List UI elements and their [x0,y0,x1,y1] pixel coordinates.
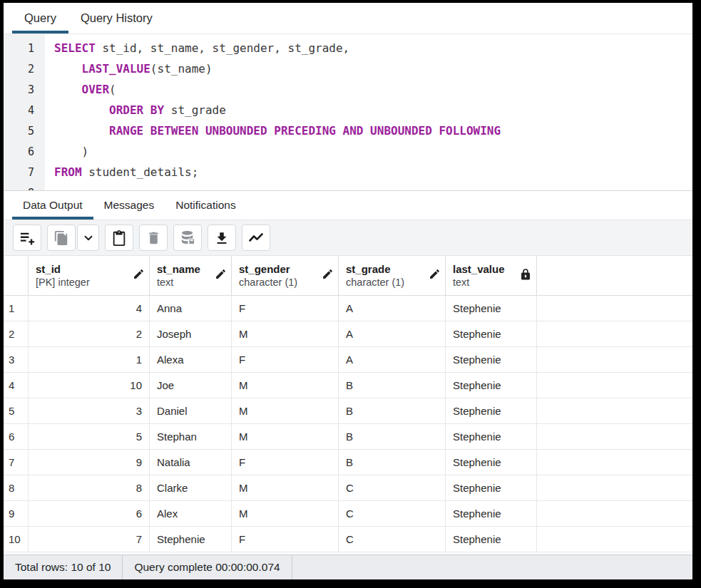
cell-st_gender[interactable]: M [232,475,339,500]
cell-st_name[interactable]: Natalia [150,450,232,475]
cell-st_id[interactable]: 9 [29,450,150,475]
cell-last_value[interactable]: Stephenie [446,321,537,346]
tab-messages[interactable]: Messages [93,193,165,220]
add-row-button[interactable] [13,225,41,251]
cell-st_id[interactable]: 7 [29,527,150,552]
cell-st_id[interactable]: 10 [29,373,150,398]
cell-st_name[interactable]: Anna [150,296,232,321]
cell-st_id[interactable]: 1 [29,347,150,372]
cell-st_gender[interactable]: M [232,424,339,449]
line-number: 6 [4,145,45,158]
cell-st_name[interactable]: Stephan [150,424,232,449]
row-number[interactable]: 1 [4,296,29,321]
row-number[interactable]: 5 [4,398,29,423]
cell-st_gender[interactable]: F [232,296,339,321]
code-text: FROM student_details; [45,165,198,179]
cell-st_name[interactable]: Alex [150,501,232,526]
graph-icon [247,229,265,247]
tab-query[interactable]: Query [12,5,68,33]
code-line[interactable]: 1SELECT st_id, st_name, st_gender, st_gr… [4,38,692,58]
row-number[interactable]: 2 [4,321,29,346]
copy-button[interactable] [47,225,76,251]
cell-st_gender[interactable]: F [232,527,339,552]
column-header-st_grade[interactable]: st_gradecharacter (1) [339,256,446,295]
code-line[interactable]: 3 OVER( [4,79,692,100]
cell-st_name[interactable]: Alexa [150,347,232,372]
paste-button[interactable] [105,225,133,251]
cell-st_id[interactable]: 4 [29,296,150,321]
row-number[interactable]: 7 [4,450,29,475]
cell-st_grade[interactable]: A [339,321,446,346]
table-row: 14AnnaFAStephenie [4,296,692,321]
delete-row-button[interactable] [139,225,168,251]
cell-st_id[interactable]: 8 [29,475,150,500]
cell-st_grade[interactable]: B [339,450,446,475]
row-number[interactable]: 10 [4,527,29,552]
cell-st_grade[interactable]: C [339,475,446,500]
table-row: 107StephenieFCStephenie [4,527,692,552]
cell-st_gender[interactable]: F [232,450,339,475]
cell-st_gender[interactable]: M [232,321,339,346]
query-tool-window: QueryQuery History 1SELECT st_id, st_nam… [4,3,692,579]
code-line[interactable]: 2 LAST_VALUE(st_name) [4,58,692,79]
cell-st_id[interactable]: 5 [29,424,150,449]
row-number[interactable]: 6 [4,424,29,449]
cell-last_value[interactable]: Stephenie [446,475,537,500]
row-number[interactable]: 8 [4,475,29,500]
cell-st_name[interactable]: Clarke [150,475,232,500]
cell-st_grade[interactable]: B [339,398,446,423]
data-output-toolbar [4,220,692,256]
cell-last_value[interactable]: Stephenie [446,424,537,449]
cell-st_gender[interactable]: M [232,373,339,398]
select-all-corner[interactable] [4,256,29,295]
cell-st_gender[interactable]: F [232,347,339,372]
code-line[interactable]: 7FROM student_details; [4,162,692,182]
sql-editor[interactable]: 1SELECT st_id, st_name, st_gender, st_gr… [4,34,692,191]
cell-st_name[interactable]: Stephenie [150,527,232,552]
cell-st_grade[interactable]: C [339,527,446,552]
column-header-st_id[interactable]: st_id[PK] integer [29,256,150,295]
cell-last_value[interactable]: Stephenie [446,398,537,423]
row-number[interactable]: 3 [4,347,29,372]
pgadmin-query-tool: { "colors": { "keyword": "#9b219b", "acc… [0,0,701,588]
column-header-st_gender[interactable]: st_gendercharacter (1) [232,256,339,295]
cell-last_value[interactable]: Stephenie [446,450,537,475]
result-tab-bar: Data OutputMessagesNotifications [4,191,692,220]
cell-st_grade[interactable]: A [339,347,446,372]
cell-last_value[interactable]: Stephenie [446,373,537,398]
cell-last_value[interactable]: Stephenie [446,347,537,372]
download-button[interactable] [208,225,236,251]
cell-st_gender[interactable]: M [232,501,339,526]
line-number: 7 [4,166,45,179]
tab-data-output[interactable]: Data Output [12,193,93,220]
cell-st_grade[interactable]: C [339,501,446,526]
cell-last_value[interactable]: Stephenie [446,501,537,526]
cell-st_name[interactable]: Joseph [150,321,232,346]
cell-st_name[interactable]: Joe [150,373,232,398]
code-line[interactable]: 5 RANGE BETWEEN UNBOUNDED PRECEDING AND … [4,120,692,141]
cell-st_grade[interactable]: B [339,424,446,449]
cell-st_id[interactable]: 6 [29,501,150,526]
tab-query-history[interactable]: Query History [68,5,165,33]
copy-options-button[interactable] [77,225,99,251]
row-number[interactable]: 9 [4,501,29,526]
cell-last_value[interactable]: Stephenie [446,527,537,552]
cell-st_id[interactable]: 2 [29,321,150,346]
cell-last_value[interactable]: Stephenie [446,296,537,321]
code-line[interactable]: 6 ) [4,141,692,162]
code-line[interactable]: 4 ORDER BY st_grade [4,100,692,120]
save-data-icon [180,229,196,246]
cell-st_name[interactable]: Daniel [150,398,232,423]
cell-st_grade[interactable]: A [339,296,446,321]
cell-st_grade[interactable]: B [339,373,446,398]
cell-st_id[interactable]: 3 [29,398,150,423]
cell-st_gender[interactable]: M [232,398,339,423]
row-number[interactable]: 4 [4,373,29,398]
column-header-st_name[interactable]: st_nametext [150,256,232,295]
save-data-button[interactable] [173,225,202,251]
graph-visualiser-button[interactable] [242,225,270,251]
column-header-last_value[interactable]: last_valuetext [446,256,537,295]
code-line[interactable]: 8 [4,182,692,191]
column-name: st_gender [239,262,320,276]
tab-notifications[interactable]: Notifications [165,193,246,220]
